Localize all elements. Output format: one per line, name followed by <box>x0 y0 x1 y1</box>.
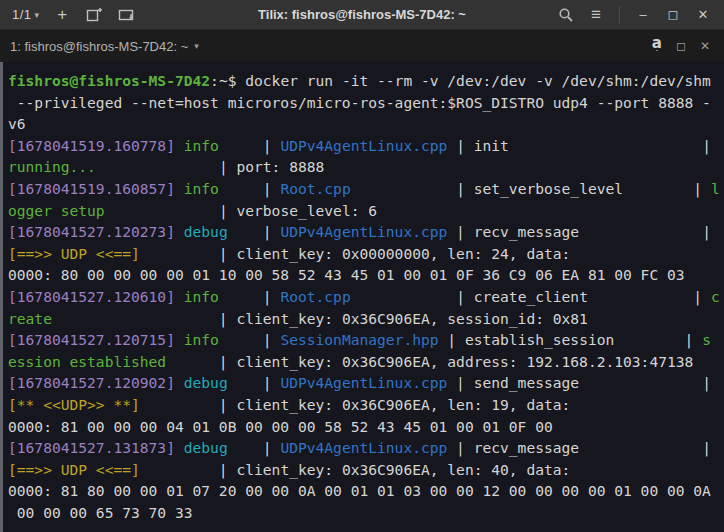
maximize-pane-icon: ◻ <box>676 39 686 53</box>
plus-icon: + <box>57 6 67 23</box>
titlebar: 1/1 ▾ + Tilix: fishros@fishros-MS- <box>0 0 724 30</box>
terminal-row: [==>> UDP <<==] | client_key: 0x00000000… <box>8 243 720 265</box>
hamburger-menu-icon: ≡ <box>591 5 601 25</box>
terminal-output: fishros@fishros-MS-7D42:~$ docker run -i… <box>3 62 720 532</box>
terminal-row: 0000: 81 00 00 00 04 01 0B 00 00 00 58 5… <box>8 416 720 438</box>
maximize-button[interactable]: ◻ <box>660 3 686 27</box>
terminal-row: 0000: 80 00 00 00 00 01 10 00 58 52 43 4… <box>8 264 720 286</box>
menu-button[interactable]: ≡ <box>583 3 609 27</box>
chevron-down-icon: ▾ <box>194 41 199 51</box>
terminal-row: fishros@fishros-MS-7D42:~$ docker run -i… <box>8 70 720 92</box>
session-bar: 1: fishros@fishros-MS-7D42: ~ ▾ a ˇ ◻ ✕ <box>0 30 724 62</box>
terminal-row: [1678041527.120902] debug | UDPv4AgentLi… <box>8 372 720 394</box>
terminal-row: [1678041519.160857] info | Root.cpp | se… <box>8 178 720 200</box>
terminal-row: [** <<UDP>> **] | client_key: 0x36C906EA… <box>8 394 720 416</box>
terminal-row: reate | client_key: 0x36C906EA, session_… <box>8 308 720 330</box>
terminal-row: [1678041527.131873] debug | UDPv4AgentLi… <box>8 437 720 459</box>
close-button[interactable]: ✕ <box>690 3 716 27</box>
close-pane-icon: ✕ <box>700 39 710 53</box>
search-button[interactable] <box>553 3 579 27</box>
terminal-row: [==>> UDP <<==] | client_key: 0x36C906EA… <box>8 459 720 481</box>
minimize-button[interactable]: – <box>630 3 656 27</box>
terminal-row: [1678041527.120273] debug | UDPv4AgentLi… <box>8 221 720 243</box>
terminal-view[interactable]: fishros@fishros-MS-7D42:~$ docker run -i… <box>0 62 724 532</box>
maximize-icon: ◻ <box>668 7 679 22</box>
session-switcher-dropdown[interactable]: 1/1 ▾ <box>8 3 43 27</box>
search-icon <box>558 7 574 23</box>
tilix-window: 1/1 ▾ + Tilix: fishros@fishros-MS- <box>0 0 724 532</box>
terminal-row: ogger setup | verbose_level: 6 <box>8 200 720 222</box>
terminal-row: 0000: 81 80 00 00 01 07 20 00 00 0A 00 0… <box>8 480 720 502</box>
close-icon: ✕ <box>698 7 709 22</box>
terminal-row: running... | port: 8888 <box>8 156 720 178</box>
terminal-row: [1678041527.120610] info | Root.cpp | cr… <box>8 286 720 308</box>
split-down-icon <box>118 7 135 23</box>
terminal-row: [1678041519.160778] info | UDPv4AgentLin… <box>8 135 720 157</box>
session-counter: 1/1 <box>12 7 32 22</box>
split-down-button[interactable] <box>113 3 139 27</box>
terminal-row: [1678041527.120715] info | SessionManage… <box>8 329 720 351</box>
split-right-icon <box>86 7 102 23</box>
split-right-button[interactable] <box>81 3 107 27</box>
terminal-tab[interactable]: 1: fishros@fishros-MS-7D42: ~ ▾ <box>10 39 199 54</box>
minimize-icon: – <box>639 7 646 22</box>
terminal-row: 00 00 00 65 73 70 33 <box>8 502 720 524</box>
chevron-down-icon: ▾ <box>35 10 40 20</box>
chevron-down-icon: ˇ <box>656 49 658 56</box>
new-session-button[interactable]: + <box>49 3 75 27</box>
titlebar-separator <box>619 6 620 24</box>
terminal-row: --privileged --net=host microros/micro-r… <box>8 92 720 114</box>
close-terminal-button[interactable]: ✕ <box>700 39 710 53</box>
terminal-row: ession established | client_key: 0x36C90… <box>8 351 720 373</box>
terminal-row: v6 <box>8 113 720 135</box>
terminal-tab-label: 1: fishros@fishros-MS-7D42: ~ <box>10 39 188 54</box>
profile-select-button[interactable]: a ˇ <box>652 36 662 56</box>
maximize-terminal-button[interactable]: ◻ <box>676 39 686 53</box>
